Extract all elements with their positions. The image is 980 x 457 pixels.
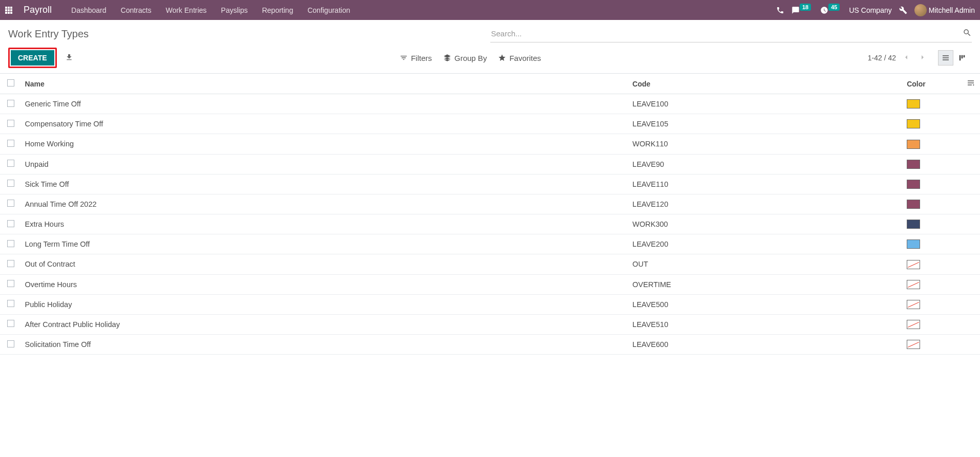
row-checkbox[interactable]	[7, 220, 14, 227]
table-row[interactable]: Annual Time Off 2022LEAVE120	[0, 194, 980, 214]
cell-code[interactable]: LEAVE120	[629, 194, 903, 214]
cell-color[interactable]	[903, 134, 962, 154]
cell-code[interactable]: LEAVE600	[629, 335, 903, 355]
color-swatch[interactable]	[907, 140, 920, 149]
table-row[interactable]: Out of ContractOUT	[0, 254, 980, 274]
favorites-button[interactable]: Favorites	[498, 54, 541, 62]
cell-name[interactable]: After Contract Public Holiday	[21, 314, 629, 334]
debug-icon[interactable]	[899, 6, 907, 14]
color-swatch[interactable]	[907, 220, 920, 229]
cell-name[interactable]: Sick Time Off	[21, 174, 629, 194]
cell-code[interactable]: LEAVE110	[629, 174, 903, 194]
user-menu[interactable]: Mitchell Admin	[914, 4, 975, 16]
cell-color[interactable]	[903, 94, 962, 114]
cell-color[interactable]	[903, 254, 962, 274]
select-all-checkbox[interactable]	[7, 79, 14, 86]
table-row[interactable]: Extra HoursWORK300	[0, 214, 980, 234]
table-row[interactable]: Compensatory Time OffLEAVE105	[0, 114, 980, 134]
cell-color[interactable]	[903, 214, 962, 234]
color-swatch[interactable]	[907, 300, 920, 309]
cell-name[interactable]: Annual Time Off 2022	[21, 194, 629, 214]
search-bar[interactable]	[490, 25, 972, 42]
cell-code[interactable]: LEAVE90	[629, 154, 903, 174]
pager-prev-icon[interactable]	[900, 51, 912, 65]
list-view-button[interactable]	[938, 50, 953, 66]
nav-dashboard[interactable]: Dashboard	[65, 2, 113, 18]
cell-color[interactable]	[903, 154, 962, 174]
nav-reporting[interactable]: Reporting	[256, 2, 299, 18]
cell-color[interactable]	[903, 194, 962, 214]
cell-name[interactable]: Public Holiday	[21, 294, 629, 314]
table-row[interactable]: Home WorkingWORK110	[0, 134, 980, 154]
table-row[interactable]: Long Term Time OffLEAVE200	[0, 234, 980, 254]
import-icon[interactable]	[65, 53, 73, 63]
row-checkbox[interactable]	[7, 160, 14, 167]
row-checkbox[interactable]	[7, 300, 14, 307]
nav-payslips[interactable]: Payslips	[215, 2, 254, 18]
color-swatch[interactable]	[907, 340, 920, 349]
color-swatch[interactable]	[907, 119, 920, 128]
create-button[interactable]: CREATE	[11, 50, 54, 66]
cell-code[interactable]: LEAVE500	[629, 294, 903, 314]
table-row[interactable]: Solicitation Time OffLEAVE600	[0, 335, 980, 355]
color-swatch[interactable]	[907, 240, 920, 249]
cell-name[interactable]: Unpaid	[21, 154, 629, 174]
cell-name[interactable]: Overtime Hours	[21, 274, 629, 294]
cell-code[interactable]: LEAVE105	[629, 114, 903, 134]
cell-name[interactable]: Out of Contract	[21, 254, 629, 274]
row-checkbox[interactable]	[7, 240, 14, 247]
cell-name[interactable]: Long Term Time Off	[21, 234, 629, 254]
color-swatch[interactable]	[907, 160, 920, 169]
row-checkbox[interactable]	[7, 320, 14, 327]
apps-menu-icon[interactable]	[5, 6, 14, 15]
cell-name[interactable]: Solicitation Time Off	[21, 335, 629, 355]
table-row[interactable]: Overtime HoursOVERTIME	[0, 274, 980, 294]
voip-icon[interactable]	[776, 6, 784, 14]
nav-contracts[interactable]: Contracts	[115, 2, 158, 18]
color-swatch[interactable]	[907, 99, 920, 108]
cell-color[interactable]	[903, 234, 962, 254]
filters-button[interactable]: Filters	[400, 54, 432, 62]
cell-color[interactable]	[903, 114, 962, 134]
messages-icon[interactable]: 18	[791, 6, 813, 14]
pager-text[interactable]: 1-42 / 42	[868, 54, 896, 62]
cell-code[interactable]: WORK300	[629, 214, 903, 234]
cell-color[interactable]	[903, 294, 962, 314]
column-code[interactable]: Code	[629, 74, 903, 94]
search-icon[interactable]	[963, 28, 972, 39]
cell-color[interactable]	[903, 274, 962, 294]
color-swatch[interactable]	[907, 280, 920, 289]
company-switcher[interactable]: US Company	[849, 6, 891, 14]
cell-code[interactable]: LEAVE510	[629, 314, 903, 334]
row-checkbox[interactable]	[7, 180, 14, 187]
kanban-view-button[interactable]	[954, 50, 970, 66]
row-checkbox[interactable]	[7, 280, 14, 287]
row-checkbox[interactable]	[7, 200, 14, 207]
table-row[interactable]: After Contract Public HolidayLEAVE510	[0, 314, 980, 334]
cell-name[interactable]: Generic Time Off	[21, 94, 629, 114]
cell-code[interactable]: LEAVE100	[629, 94, 903, 114]
search-input[interactable]	[490, 27, 963, 40]
cell-name[interactable]: Home Working	[21, 134, 629, 154]
cell-color[interactable]	[903, 335, 962, 355]
cell-code[interactable]: LEAVE200	[629, 234, 903, 254]
optional-columns-icon[interactable]	[967, 80, 975, 89]
row-checkbox[interactable]	[7, 340, 14, 347]
color-swatch[interactable]	[907, 200, 920, 209]
nav-work-entries[interactable]: Work Entries	[159, 2, 213, 18]
cell-color[interactable]	[903, 314, 962, 334]
table-row[interactable]: UnpaidLEAVE90	[0, 154, 980, 174]
color-swatch[interactable]	[907, 320, 920, 329]
row-checkbox[interactable]	[7, 140, 14, 147]
row-checkbox[interactable]	[7, 120, 14, 127]
nav-configuration[interactable]: Configuration	[301, 2, 356, 18]
table-row[interactable]: Generic Time OffLEAVE100	[0, 94, 980, 114]
column-color[interactable]: Color	[903, 74, 962, 94]
activities-icon[interactable]: 45	[820, 6, 842, 14]
cell-color[interactable]	[903, 174, 962, 194]
cell-code[interactable]: OUT	[629, 254, 903, 274]
color-swatch[interactable]	[907, 260, 920, 269]
cell-code[interactable]: OVERTIME	[629, 274, 903, 294]
table-row[interactable]: Public HolidayLEAVE500	[0, 294, 980, 314]
cell-name[interactable]: Compensatory Time Off	[21, 114, 629, 134]
